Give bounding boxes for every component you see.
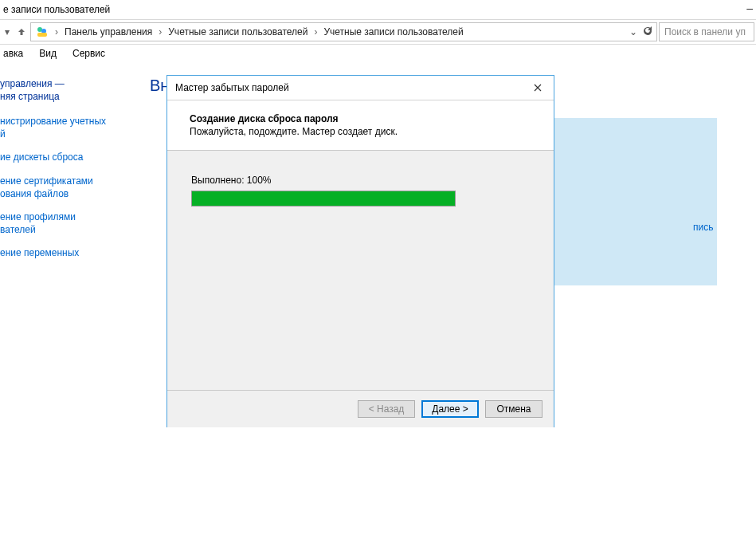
address-bar[interactable]: › Панель управления › Учетные записи пол… [30,22,657,41]
close-button[interactable] [530,80,546,96]
window-title: е записи пользователей [3,4,110,15]
search-placeholder: Поиск в панели уп [664,26,746,37]
progress-label: Выполнено: 100% [191,175,530,186]
history-dropdown-icon[interactable]: ▾ [2,26,13,37]
breadcrumb-separator: › [159,26,162,37]
menu-bar: авка Вид Сервис [0,45,756,62]
cancel-button[interactable]: Отмена [485,400,543,418]
sidebar-link-admin-accounts[interactable]: нистрирование учетных й [0,116,135,140]
nav-arrows: ▾ [2,26,27,37]
search-input[interactable]: Поиск в панели уп [659,22,754,41]
sidebar-link-profiles[interactable]: ение профилями вателей [0,211,135,236]
breadcrumb-seg-1[interactable]: Панель управления [65,26,152,37]
menu-tools[interactable]: Сервис [72,48,105,59]
sidebar: управления — няя страница нистрирование … [0,62,135,535]
menu-view[interactable]: Вид [39,48,57,59]
sidebar-link-env-vars[interactable]: ение переменных [0,247,135,260]
chevron-down-icon[interactable]: ⌄ [629,26,637,37]
dialog-title: Мастер забытых паролей [175,82,289,93]
svg-rect-2 [37,33,47,37]
control-panel-home-link[interactable]: управления — няя страница [0,78,135,103]
account-highlight-box [550,118,717,285]
minimize-icon[interactable]: – [746,2,753,14]
close-icon [533,83,543,92]
refresh-icon[interactable] [642,26,653,39]
user-accounts-icon [36,26,49,38]
progress-fill [192,191,455,206]
breadcrumb-seg-3[interactable]: Учетные записи пользователей [323,26,463,37]
breadcrumb-separator: › [314,26,317,37]
dialog-heading: Создание диска сброса пароля [190,113,531,124]
dialog-footer: < Назад Далее > Отмена [167,390,554,427]
menu-edit[interactable]: авка [3,48,23,59]
next-button[interactable]: Далее > [421,400,479,418]
account-highlight-text: пись [693,222,713,233]
dialog-body: Создание диска сброса пароля Пожалуйста,… [167,100,554,427]
progress-bar [191,191,456,207]
window-titlebar: е записи пользователей – [0,0,756,20]
dialog-header-panel: Создание диска сброса пароля Пожалуйста,… [167,100,554,151]
sidebar-link-certificates[interactable]: ение сертификатами ования файлов [0,175,135,200]
back-button: < Назад [358,400,415,418]
address-bar-row: ▾ › Панель управления › Учетные записи п… [0,20,756,45]
breadcrumb-seg-2[interactable]: Учетные записи пользователей [168,26,307,37]
dialog-content: Выполнено: 100% [167,151,554,390]
sidebar-link-reset-disk[interactable]: ие дискеты сброса [0,151,135,164]
dialog-subheading: Пожалуйста, подождите. Мастер создает ди… [190,126,531,137]
breadcrumb-separator: › [55,26,58,37]
nav-up-icon[interactable] [16,26,27,37]
dialog-titlebar: Мастер забытых паролей [167,76,554,100]
wizard-dialog: Мастер забытых паролей Создание диска сб… [166,75,554,427]
